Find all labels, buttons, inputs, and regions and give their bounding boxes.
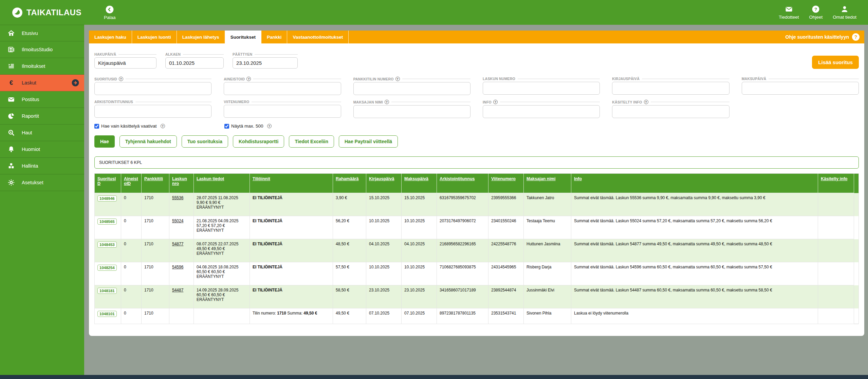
column-header-label[interactable]: Maksajan nimi bbox=[527, 176, 555, 181]
cell-laskun-nro: 54596 bbox=[169, 262, 194, 285]
column-header-label[interactable]: SuoritusID bbox=[97, 176, 116, 186]
tyhjenna-hakuehdot-button[interactable]: Tyhjennä hakuehdot bbox=[119, 135, 177, 148]
sidebar-item-hallinta[interactable]: Hallinta bbox=[0, 158, 84, 174]
add-suoritus-button[interactable]: Lisää suoritus bbox=[812, 56, 859, 69]
suoritus-id-link[interactable]: 1048101 bbox=[97, 311, 117, 317]
column-header-label[interactable]: Laskun tiedot bbox=[197, 176, 224, 181]
suoritus-id-link[interactable]: 1048565 bbox=[97, 219, 117, 225]
tiliointi-part: 49,50 € bbox=[303, 311, 317, 316]
info-icon bbox=[267, 124, 272, 128]
column-header-label[interactable]: Tiliöinnit bbox=[253, 176, 270, 181]
topbar-menu-omat-tiedot[interactable]: Omat tiedot bbox=[833, 5, 856, 20]
kasitelty-info-input[interactable] bbox=[612, 105, 729, 118]
cell-info: Laskua ei löydy viitenumerolla bbox=[571, 308, 818, 324]
tab-laskujen-lahetys[interactable]: Laskujen lähetys bbox=[177, 31, 225, 43]
cell-arkistointitunnus: 8972381787801135 bbox=[437, 308, 488, 324]
column-header-label[interactable]: Kirjauspäivä bbox=[369, 176, 394, 181]
field-label: PANKKITILIN NUMERO bbox=[353, 77, 470, 81]
kohdistusraportti-button[interactable]: Kohdistusraportti bbox=[233, 135, 284, 148]
topbar-menu-tiedotteet[interactable]: Tiedotteet bbox=[779, 5, 799, 20]
tiliointi-status: EI TILIÖINTEJÄ bbox=[253, 242, 282, 246]
checkbox-nayta-max-500[interactable]: Näytä max. 500 bbox=[224, 124, 272, 129]
cell-kasitelty-info bbox=[818, 193, 854, 216]
sidebar-item-etusivu[interactable]: Etusivu bbox=[0, 25, 84, 41]
filter-info: INFO bbox=[483, 100, 600, 118]
paattyen-field[interactable]: 23.10.2025 bbox=[233, 57, 298, 69]
column-header-label[interactable]: Viitenumero bbox=[491, 176, 516, 181]
column-header-label[interactable]: Arkistointitunnus bbox=[440, 176, 475, 181]
tab-laskujen-haku[interactable]: Laskujen haku bbox=[89, 31, 132, 43]
topbar-menu-label: Tiedotteet bbox=[779, 15, 799, 20]
question-icon: ? bbox=[852, 33, 860, 41]
viitenumero-input[interactable] bbox=[224, 105, 341, 118]
maksupaiva-input[interactable] bbox=[742, 82, 859, 95]
table-row: 104810101710Tilin numero: 1710 Summa: 49… bbox=[95, 308, 859, 324]
table-scroll-track bbox=[854, 193, 859, 216]
search-button[interactable]: Hae bbox=[94, 135, 115, 148]
laskun-nro-link[interactable]: 54596 bbox=[172, 265, 183, 269]
column-header-label[interactable]: Käsitelty info bbox=[821, 176, 848, 181]
cell-viitenumero: 23892544874 bbox=[488, 285, 524, 308]
tab-laskujen-luonti[interactable]: Laskujen luonti bbox=[132, 31, 177, 43]
column-header-label[interactable]: Maksupäivä bbox=[404, 176, 428, 181]
sidebar-item-ilmoitusstudio[interactable]: IlmoitusStudio bbox=[0, 41, 84, 58]
sidebar-item-huomiot[interactable]: Huomiot bbox=[0, 141, 84, 158]
tab-pankki[interactable]: Pankki bbox=[261, 31, 288, 43]
cell-kirjauspaiva: 10.10.2025 bbox=[366, 216, 402, 239]
sidebar-item-label: IlmoitusStudio bbox=[22, 47, 53, 52]
hakupaiva-field[interactable]: Kirjauspäivä bbox=[94, 57, 156, 69]
suoritus-id-link[interactable]: 1048181 bbox=[97, 288, 117, 294]
cell-laskun-nro: 54487 bbox=[169, 285, 194, 308]
hae-paytrail-viitteella-button[interactable]: Hae Paytrail viitteellä bbox=[339, 135, 398, 148]
topbar-menu-ohjeet[interactable]: ?Ohjeet bbox=[809, 5, 823, 20]
checkbox-row: Hae vain käsittelyä vaativatNäytä max. 5… bbox=[94, 124, 859, 129]
laskun-nro-link[interactable]: 55536 bbox=[172, 195, 183, 200]
pankkitilin-numero-input[interactable] bbox=[353, 82, 470, 95]
aineistoid-input[interactable] bbox=[224, 82, 341, 95]
tuo-suorituksia-button[interactable]: Tuo suorituksia bbox=[182, 135, 228, 148]
column-header-label[interactable]: AineistoID bbox=[124, 176, 138, 186]
tab-suoritukset[interactable]: Suoritukset bbox=[225, 31, 261, 43]
bell-icon bbox=[7, 146, 15, 153]
sidebar-item-postitus[interactable]: Postitus bbox=[0, 91, 84, 108]
cell-laskun-tiedot: 14.09.2025 28.09.2025 60,50 € 60,50 € ER… bbox=[194, 285, 250, 308]
alkaen-field[interactable]: 01.10.2025 bbox=[165, 57, 224, 69]
column-header-label[interactable]: Info bbox=[574, 176, 582, 181]
sidebar-item-haut[interactable]: Haut bbox=[0, 125, 84, 141]
suoritus-id-link[interactable]: 1048946 bbox=[97, 195, 117, 202]
column-header-label[interactable]: Rahamäärä bbox=[336, 176, 358, 181]
euro-icon: € bbox=[7, 79, 15, 87]
field-label: LASKUN NUMERO bbox=[483, 77, 600, 81]
cell-kirjauspaiva: 15.10.2025 bbox=[366, 193, 402, 216]
suoritus-id-link[interactable]: 1048453 bbox=[97, 242, 117, 248]
tiliointi-part: Tilin numero: bbox=[253, 311, 277, 316]
help-link[interactable]: Ohje suoritusten käsittelyyn? bbox=[786, 31, 865, 43]
column-header-label[interactable]: Laskun nro bbox=[172, 176, 187, 186]
hae-vain-kasittelya-vaativat-checkbox[interactable] bbox=[94, 124, 99, 129]
arkistointitunnus-input[interactable] bbox=[94, 105, 211, 118]
sidebar-item-laskut[interactable]: €Laskut bbox=[0, 75, 84, 91]
back-button[interactable]: Palaa bbox=[104, 5, 116, 20]
kirjauspaiva-input[interactable] bbox=[612, 82, 729, 95]
column-header-label[interactable]: Pankkitili bbox=[144, 176, 163, 181]
tiedot-exceliin-button[interactable]: Tiedot Exceliin bbox=[289, 135, 334, 148]
filter-pankkitilin-numero: PANKKITILIN NUMERO bbox=[353, 77, 470, 95]
laskun-nro-link[interactable]: 54487 bbox=[172, 288, 183, 292]
sidebar-item-asetukset[interactable]: Asetukset bbox=[0, 174, 84, 191]
table-row: 1048565017105502421.08.2025 04.09.2025 5… bbox=[95, 216, 859, 239]
field-label-text: INFO bbox=[483, 100, 492, 104]
checkbox-hae-vain-kasittelya-vaativat[interactable]: Hae vain käsittelyä vaativat bbox=[94, 124, 224, 129]
suoritusid-input[interactable] bbox=[94, 82, 211, 95]
table-scroll-track bbox=[854, 239, 859, 262]
tab-vastaanottoilmoitukset[interactable]: Vastaanottoilmoitukset bbox=[287, 31, 349, 43]
maksajan-nimi-input[interactable] bbox=[353, 105, 470, 118]
suoritus-id-link[interactable]: 1048254 bbox=[97, 265, 117, 271]
info-input[interactable] bbox=[483, 105, 600, 118]
sidebar-item-raportit[interactable]: Raportit bbox=[0, 108, 84, 125]
laskun-nro-link[interactable]: 55024 bbox=[172, 219, 183, 223]
laskun-nro-link[interactable]: 54877 bbox=[172, 242, 183, 246]
nayta-max-500-checkbox[interactable] bbox=[224, 124, 229, 129]
topbar-menu-label: Omat tiedot bbox=[833, 15, 856, 20]
sidebar-item-ilmoitukset[interactable]: Ilmoitukset bbox=[0, 58, 84, 75]
laskun-numero-input[interactable] bbox=[483, 82, 600, 95]
